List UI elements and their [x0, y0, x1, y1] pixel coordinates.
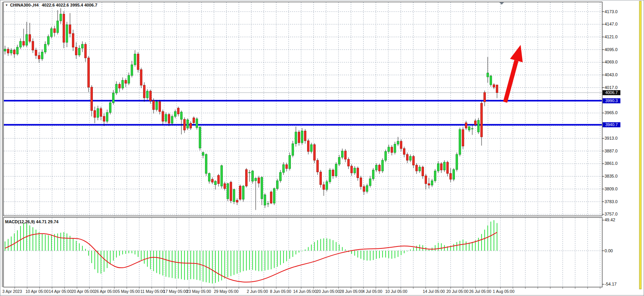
candle — [224, 184, 226, 189]
candle — [437, 164, 439, 171]
candle — [88, 58, 90, 87]
price-lines-layer[interactable] — [4, 92, 602, 125]
candle — [208, 173, 210, 181]
grid-layer — [4, 2, 602, 287]
trend-arrow-shaft[interactable] — [505, 61, 516, 102]
candle — [153, 101, 155, 110]
candle — [150, 91, 152, 101]
candle — [307, 141, 309, 152]
candle — [342, 151, 343, 157]
trend-arrow-head[interactable] — [510, 45, 523, 62]
candle — [345, 151, 347, 159]
date-label: 14 Jul 05:00 — [423, 289, 445, 294]
candle — [496, 85, 498, 92]
candle — [233, 190, 235, 202]
price-axis-label: 4043.0 — [605, 72, 618, 77]
candle — [249, 173, 251, 173]
candle — [128, 75, 130, 83]
candle — [475, 121, 477, 125]
dropdown-triangle-icon[interactable]: ▼ — [5, 3, 8, 7]
macd-name: MACD(12,26,9) — [5, 219, 35, 224]
candle — [85, 44, 87, 58]
candle — [72, 34, 74, 47]
candle — [311, 145, 313, 152]
candle — [304, 131, 306, 141]
chart-title: ▼CHINA300-,H44022.6 4022.6 3995.4 4006.7 — [5, 3, 97, 7]
candle — [444, 162, 446, 170]
candle — [441, 164, 442, 170]
candle — [17, 47, 19, 54]
price-axis-label: 3887.0 — [605, 149, 618, 154]
candle — [239, 186, 241, 199]
candle — [357, 168, 359, 178]
candle — [270, 192, 272, 203]
price-axis-label: 4173.0 — [605, 9, 618, 14]
candle — [338, 157, 340, 164]
candle — [190, 123, 192, 128]
candle — [113, 93, 114, 103]
date-label: 1 Aug 05:00 — [493, 289, 514, 294]
candle — [171, 116, 173, 123]
candle — [292, 144, 294, 155]
chart-canvas[interactable] — [0, 0, 644, 296]
macd-signal-line — [5, 232, 497, 282]
candle — [273, 188, 275, 203]
candle — [246, 169, 248, 186]
candle — [410, 156, 412, 160]
candle — [255, 178, 257, 181]
price-axis-label: 4121.0 — [605, 34, 618, 39]
hline-price-tag: 3990.3 — [603, 98, 620, 103]
candle — [103, 116, 105, 121]
candle — [252, 171, 254, 181]
date-label: 23 May 05:00 — [186, 289, 211, 294]
candle — [301, 131, 303, 143]
candle — [205, 154, 207, 173]
candle — [431, 181, 433, 185]
candle — [69, 25, 71, 34]
date-label: 29 May 05:00 — [214, 289, 239, 294]
annotations-layer[interactable] — [499, 2, 523, 102]
candle — [48, 36, 50, 44]
candle — [468, 127, 470, 130]
candle — [267, 204, 269, 204]
candle — [478, 120, 480, 132]
candle — [258, 178, 260, 183]
candle — [481, 103, 483, 137]
candle — [419, 167, 421, 171]
date-label: 14 Jun 05:00 — [293, 289, 317, 294]
candle — [416, 165, 418, 171]
candle — [97, 109, 99, 118]
date-label: 4 Jul 05:00 — [362, 289, 382, 294]
chart-shift-triangle-icon[interactable] — [499, 2, 504, 5]
candle — [487, 73, 489, 77]
candle — [490, 76, 492, 85]
candle — [465, 123, 467, 128]
price-axis-label: 4095.0 — [605, 47, 618, 52]
panel-borders — [2, 1, 641, 289]
macd-axis-label: 0.00 — [605, 248, 613, 253]
candle — [137, 54, 139, 70]
date-label: 20 Apr 05:00 — [72, 289, 95, 294]
candle — [379, 165, 381, 171]
candle — [493, 85, 495, 87]
hline-price-tag: 3940.7 — [603, 122, 620, 127]
candle — [156, 102, 158, 110]
candle — [320, 172, 322, 185]
candle — [243, 186, 244, 199]
candle — [227, 184, 229, 199]
candle — [202, 152, 204, 156]
candle — [295, 132, 297, 144]
candle — [286, 165, 288, 169]
candle — [422, 167, 424, 176]
date-label: 26 Apr 05:00 — [94, 289, 118, 294]
price-axis-label: 3861.0 — [605, 161, 618, 166]
candle — [447, 162, 449, 173]
candle — [385, 152, 387, 161]
candle — [428, 184, 430, 185]
candle — [314, 145, 316, 160]
chart-window: ▼CHINA300-,H44022.6 4022.6 3995.4 4006.7… — [0, 0, 644, 296]
candle — [372, 170, 374, 179]
candle — [323, 185, 325, 190]
candle — [221, 166, 223, 186]
candle — [147, 91, 149, 98]
